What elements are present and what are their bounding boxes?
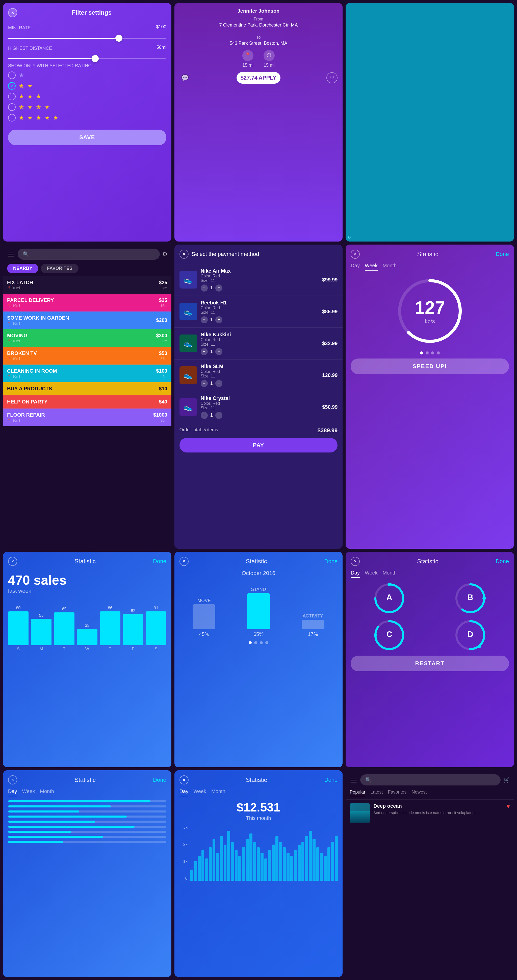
filter-settings-icon[interactable]: ⚙ xyxy=(162,251,167,258)
qty-plus-2[interactable]: + xyxy=(215,316,222,323)
revenue-tab-week[interactable]: Week xyxy=(193,789,206,796)
product-row-5: 👟 Nike Crystal Color: Red Size: 11 − 1 +… xyxy=(174,391,343,423)
revenue-done-button[interactable]: Done xyxy=(324,776,338,783)
qty-minus-3[interactable]: − xyxy=(201,348,208,355)
chat-button[interactable]: 💬 xyxy=(179,72,190,83)
qty-minus-4[interactable]: − xyxy=(201,380,208,387)
radio-3[interactable] xyxy=(8,93,16,100)
list-item[interactable]: SOME WORK IN GARDEN 📍 10ml $200 xyxy=(3,312,171,329)
revenue-tab-day[interactable]: Day xyxy=(179,789,189,796)
min-rate-thumb[interactable] xyxy=(115,35,122,42)
highest-distance-section: HIGHEST DISTANCE 50mi xyxy=(8,42,167,59)
apply-button[interactable]: APPLY xyxy=(258,75,276,81)
list-item[interactable]: CLEANING IN ROOM 📍 10ml $100 4m xyxy=(3,364,171,382)
statline-tab-day[interactable]: Day xyxy=(8,789,17,796)
payment-close-button[interactable]: × xyxy=(179,250,189,259)
list-item[interactable]: MOVING 📍 10ml $300 30m xyxy=(3,329,171,347)
statline-tab-month[interactable]: Month xyxy=(40,789,54,796)
nearby-tab[interactable]: NEARBY xyxy=(7,264,38,273)
list-item[interactable]: PARCEL DELIVERY 📍 10ml $25 15m xyxy=(3,294,171,312)
svg-text:C: C xyxy=(386,630,392,639)
revenue-tab-month[interactable]: Month xyxy=(211,789,225,796)
statline-close-button[interactable]: × xyxy=(8,775,17,784)
gauge-tab-week[interactable]: Week xyxy=(365,263,377,270)
filter-close-button[interactable]: × xyxy=(8,8,17,17)
product-color-3: Color: Red xyxy=(201,337,319,342)
activity-month: October 2016 xyxy=(179,570,338,576)
qty-minus-1[interactable]: − xyxy=(201,285,208,291)
activity-done-button[interactable]: Done xyxy=(324,558,338,565)
revenue-bar xyxy=(279,842,282,881)
circles-done-button[interactable]: Done xyxy=(496,558,509,565)
price-apply-row: 💬 $27.74 APPLY ♡ xyxy=(179,72,338,84)
list-item[interactable]: FIX LATCH 📍 10ml $25 7m xyxy=(3,276,171,294)
qty-plus-4[interactable]: + xyxy=(215,380,222,387)
qty-minus-2[interactable]: − xyxy=(201,316,208,323)
qty-minus-5[interactable]: − xyxy=(201,412,208,419)
revenue-close-button[interactable]: × xyxy=(179,775,189,784)
statline-done-button[interactable]: Done xyxy=(153,776,167,783)
qty-plus-5[interactable]: + xyxy=(215,412,222,419)
qty-plus-3[interactable]: + xyxy=(215,348,222,355)
circle-b-svg: B xyxy=(454,582,487,615)
from-label: From xyxy=(179,17,338,21)
rating-label: SHOW ONLY WITH SELECTED RATING xyxy=(8,63,92,68)
services-search-input[interactable] xyxy=(32,251,155,257)
music-heart-icon[interactable]: ♥ xyxy=(507,803,510,810)
music-search-bar[interactable]: 🔍 xyxy=(360,774,501,786)
circles-tab-day[interactable]: Day xyxy=(350,570,360,578)
pay-button[interactable]: PAY xyxy=(179,438,338,452)
radio-2[interactable] xyxy=(8,82,16,90)
product-size-4: Size: 11 xyxy=(201,374,319,379)
sales-done-button[interactable]: Done xyxy=(153,558,167,565)
qty-plus-1[interactable]: + xyxy=(215,285,222,291)
music-search-input[interactable] xyxy=(374,777,496,783)
circles-close-button[interactable]: × xyxy=(350,557,360,566)
statline-tab-week[interactable]: Week xyxy=(22,789,35,796)
heart-button[interactable]: ♡ xyxy=(327,72,338,83)
circles-tab-week[interactable]: Week xyxy=(365,570,377,578)
sales-close-button[interactable]: × xyxy=(8,557,17,566)
gauge-done-button[interactable]: Done xyxy=(496,251,509,258)
music-search-icon: 🔍 xyxy=(365,777,372,783)
gauge-title: Statistic xyxy=(417,251,438,258)
list-item[interactable]: BROKEN TV 📍 10ml $50 37m xyxy=(3,347,171,364)
music-tab-newest[interactable]: Newest xyxy=(411,789,427,796)
revenue-bar xyxy=(312,839,316,881)
min-rate-slider[interactable] xyxy=(8,38,167,39)
speed-up-button[interactable]: SPEED UP! xyxy=(350,358,509,374)
gauge-close-button[interactable]: × xyxy=(350,250,360,259)
music-tab-popular[interactable]: Popular xyxy=(350,789,365,796)
product-row-2: 👟 Reebok H1 Color: Red Size: 11 − 1 + $8… xyxy=(174,296,343,328)
order-total-label: Order total: 5 items xyxy=(179,427,218,434)
radio-5[interactable] xyxy=(8,114,16,121)
hamburger-menu-icon[interactable] xyxy=(7,251,15,258)
highest-distance-slider[interactable] xyxy=(8,58,167,59)
activity-close-button[interactable]: × xyxy=(179,557,189,566)
radio-4[interactable] xyxy=(8,103,16,111)
restart-button[interactable]: RESTART xyxy=(350,655,509,671)
gauge-tab-month[interactable]: Month xyxy=(383,263,397,270)
music-tab-favorites[interactable]: Favorites xyxy=(388,789,406,796)
circles-tab-month[interactable]: Month xyxy=(383,570,397,578)
star-4a: ★ xyxy=(19,103,24,111)
highest-distance-thumb[interactable] xyxy=(92,55,99,62)
bar-col-s2: 91 S xyxy=(146,606,167,651)
list-item[interactable]: FLOOR REPAIR 📍 10ml $1000 30m xyxy=(3,409,171,426)
cart-icon[interactable]: 🛒 xyxy=(503,776,510,783)
favorites-tab[interactable]: FAVORITES xyxy=(41,264,79,273)
list-item[interactable]: BUY A PRODUCTS $10 xyxy=(3,382,171,395)
revenue-bar xyxy=(324,856,327,881)
activity-bar xyxy=(302,620,324,629)
save-button[interactable]: SAVE xyxy=(8,130,167,145)
gauge-tab-day[interactable]: Day xyxy=(350,263,360,270)
revenue-bar xyxy=(287,853,290,881)
radio-1[interactable] xyxy=(8,72,16,79)
music-hamburger-icon[interactable] xyxy=(350,776,358,783)
statline-card: × Statistic Done Day Week Month xyxy=(3,770,171,977)
music-tab-latest[interactable]: Latest xyxy=(370,789,383,796)
services-search-bar[interactable]: 🔍 xyxy=(17,248,160,260)
revenue-bar xyxy=(253,842,256,881)
list-item[interactable]: HELP ON PARTY $40 xyxy=(3,395,171,409)
activity-label: ACTIVITY xyxy=(303,613,323,619)
